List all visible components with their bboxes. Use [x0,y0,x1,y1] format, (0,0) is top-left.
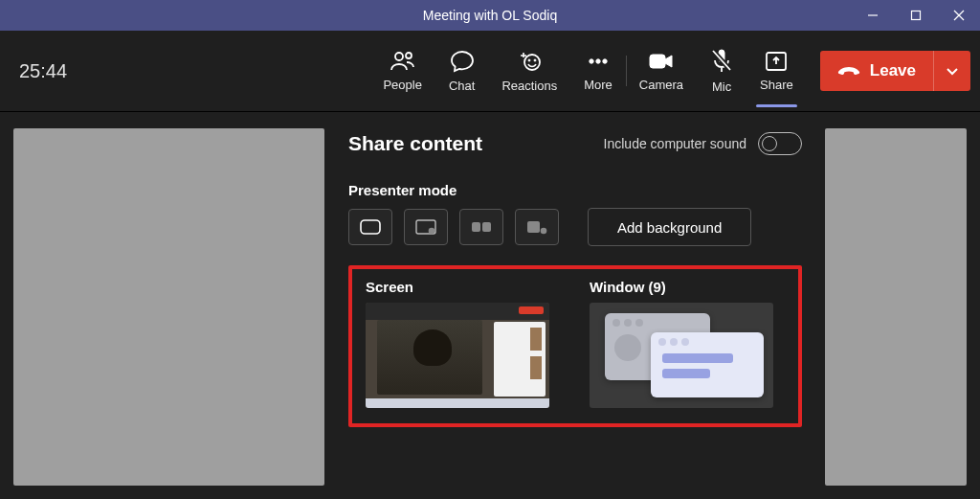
add-background-label: Add background [617,219,722,236]
include-sound-row: Include computer sound [604,132,802,155]
presenter-mode-standout[interactable] [404,209,448,245]
camera-button[interactable]: Camera [626,31,697,111]
svg-rect-22 [527,221,540,233]
presenter-mode-reporter[interactable] [515,209,559,245]
svg-point-6 [524,55,540,70]
include-sound-toggle[interactable] [758,132,802,155]
hangup-icon [837,62,860,79]
participant-video-left [13,128,324,486]
more-icon [587,51,610,72]
svg-point-19 [429,228,435,235]
share-screen-option[interactable] [366,303,549,408]
share-screen-label: Screen [366,279,549,295]
people-button[interactable]: People [369,31,434,111]
mic-label: Mic [712,79,731,94]
svg-point-10 [596,58,600,62]
window-controls [851,0,980,31]
reactions-button[interactable]: Reactions [488,31,570,111]
share-panel-title: Share content [348,132,482,155]
svg-rect-20 [472,222,480,232]
window-minimize-button[interactable] [851,0,894,31]
content-only-icon [359,218,382,236]
share-label: Share [760,78,793,92]
include-sound-label: Include computer sound [604,136,746,151]
share-button[interactable]: Share [746,31,807,111]
participant-video-right [825,128,967,486]
svg-point-7 [528,59,530,61]
camera-icon [648,51,675,72]
svg-rect-21 [482,222,491,232]
chevron-down-icon [946,64,959,78]
svg-rect-12 [650,55,665,68]
chat-icon [450,50,475,73]
leave-label: Leave [870,61,916,80]
meeting-stage: Share content Include computer sound Pre… [0,111,980,499]
camera-label: Camera [639,78,683,92]
people-icon [390,51,416,72]
share-icon [765,51,788,72]
window-close-button[interactable] [937,0,980,31]
chat-button[interactable]: Chat [435,31,488,111]
people-label: People [383,78,421,92]
leave-dropdown[interactable] [933,51,970,91]
svg-rect-1 [911,11,920,20]
maximize-icon [910,10,922,21]
close-icon [953,10,965,21]
mic-muted-icon [710,49,733,74]
svg-point-9 [590,58,593,62]
mic-button[interactable]: Mic [697,31,746,111]
more-label: More [584,78,612,92]
reactions-icon [516,50,543,73]
share-window-option[interactable] [590,303,773,408]
share-window-label: Window (9) [590,279,773,295]
share-options-highlight: Screen Window (9) [348,265,802,427]
share-content-panel: Share content Include computer sound Pre… [335,115,815,499]
reporter-icon [525,218,548,236]
meeting-timer: 25:44 [19,60,86,82]
leave-button[interactable]: Leave [820,51,933,91]
reactions-label: Reactions [501,79,557,93]
more-button[interactable]: More [570,31,626,111]
presenter-mode-content-only[interactable] [348,209,392,245]
add-background-button[interactable]: Add background [588,208,751,246]
chat-label: Chat [449,79,475,93]
svg-point-4 [395,53,403,60]
meeting-toolbar: 25:44 People Chat Reactions [0,31,980,112]
window-titlebar: Meeting with OL Sodiq [0,0,980,31]
svg-rect-17 [361,220,380,234]
presenter-mode-label: Presenter mode [348,182,802,198]
window-title: Meeting with OL Sodiq [423,8,557,23]
presenter-mode-side-by-side[interactable] [459,209,503,245]
standout-icon [414,218,437,236]
svg-point-23 [541,228,547,235]
svg-point-8 [534,59,536,61]
svg-point-11 [603,58,607,62]
minimize-icon [867,10,879,21]
svg-point-5 [406,53,412,58]
side-by-side-icon [470,218,493,236]
leave-group: Leave [820,51,970,91]
window-maximize-button[interactable] [894,0,937,31]
presenter-mode-row: Add background [348,208,802,246]
